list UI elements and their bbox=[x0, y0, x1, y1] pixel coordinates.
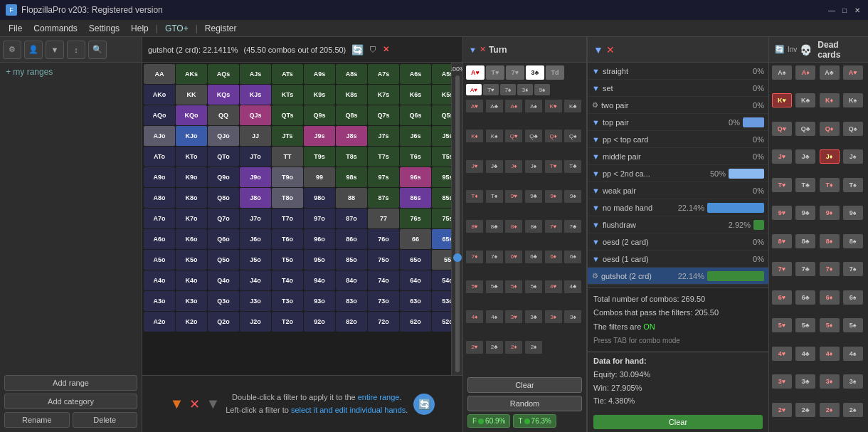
filter-check-icon[interactable]: ▼ bbox=[592, 84, 600, 93]
dead-card[interactable]: 7♦ bbox=[820, 262, 840, 276]
filter-check-icon[interactable]: ▼ bbox=[592, 169, 600, 178]
hand-cell[interactable]: A5s bbox=[432, 64, 451, 84]
turn-cell[interactable]: K♠ bbox=[486, 130, 503, 142]
clear-icon-turn[interactable]: ✕ bbox=[480, 45, 486, 54]
dead-card[interactable]: K♣ bbox=[795, 93, 815, 107]
hand-cell[interactable]: JTo bbox=[240, 147, 271, 167]
dead-card[interactable]: 4♠ bbox=[843, 347, 863, 361]
hand-cell[interactable]: T3o bbox=[272, 291, 303, 311]
hand-cell[interactable]: K3o bbox=[176, 291, 207, 311]
turn-cell[interactable]: A♣ bbox=[486, 100, 503, 112]
dead-card[interactable]: Q♦ bbox=[820, 122, 840, 136]
hand-cell[interactable]: Q8s bbox=[336, 105, 367, 125]
turn-cell[interactable]: Q♦ bbox=[545, 130, 562, 142]
dead-card[interactable]: 8♦ bbox=[820, 234, 840, 248]
small-card-7[interactable]: 7♠ bbox=[500, 84, 516, 95]
hand-cell[interactable]: 53o bbox=[432, 291, 451, 311]
turn-cell[interactable]: A♥ bbox=[466, 100, 483, 112]
hand-cell[interactable]: Q2o bbox=[208, 312, 239, 332]
turn-random-button[interactable]: Random bbox=[467, 396, 582, 411]
filter-clear-icon[interactable]: ✕ bbox=[189, 396, 200, 412]
hand-cell[interactable]: J5o bbox=[240, 250, 271, 270]
hand-cell[interactable]: T9s bbox=[304, 147, 335, 167]
small-card-3[interactable]: 3♦ bbox=[517, 84, 533, 95]
menu-settings[interactable]: Settings bbox=[83, 22, 125, 35]
dead-card[interactable]: 9♣ bbox=[795, 206, 815, 220]
hand-cell[interactable]: 98s bbox=[336, 167, 367, 187]
filter-check-icon[interactable]: ▼ bbox=[592, 67, 600, 75]
turn-cell[interactable]: 4♥ bbox=[545, 280, 562, 293]
dead-card[interactable]: J♠ bbox=[843, 149, 863, 164]
dead-card[interactable]: 2♥ bbox=[772, 403, 792, 417]
filter-check-icon[interactable]: ▼ bbox=[592, 238, 600, 246]
dead-card[interactable]: 4♦ bbox=[820, 347, 840, 361]
hand-cell[interactable]: 82o bbox=[336, 312, 367, 332]
dead-card[interactable]: 4♣ bbox=[795, 347, 815, 361]
filter-item-middle_pair[interactable]: ▼middle pair0% bbox=[588, 148, 768, 165]
turn-cell[interactable]: 8♣ bbox=[486, 220, 503, 233]
turn-cell[interactable]: 7♦ bbox=[466, 251, 483, 263]
hand-cell[interactable]: A5o bbox=[144, 250, 175, 270]
dead-card[interactable]: T♠ bbox=[843, 178, 863, 192]
hand-cell[interactable]: 92o bbox=[304, 312, 335, 332]
filter-icon-turn[interactable]: ▼ bbox=[469, 46, 477, 54]
board-card-td[interactable]: Td bbox=[546, 65, 564, 80]
board-card-ah[interactable]: A♥ bbox=[466, 65, 485, 80]
hand-cell[interactable]: KJo bbox=[176, 126, 207, 146]
dead-card[interactable]: K♥ bbox=[772, 93, 792, 107]
filter-item-straight[interactable]: ▼straight0% bbox=[588, 63, 768, 80]
hand-cell[interactable]: JJ bbox=[240, 126, 271, 146]
dead-card[interactable]: A♠ bbox=[772, 65, 792, 80]
hand-cell[interactable]: KJs bbox=[240, 85, 271, 105]
hand-cell[interactable]: A4o bbox=[144, 270, 175, 290]
hand-cell[interactable]: AQs bbox=[208, 64, 239, 84]
filter-item-set[interactable]: ▼set0% bbox=[588, 80, 768, 97]
filter-funnel-icon[interactable]: ▼ bbox=[170, 396, 184, 412]
hand-cell[interactable]: 86s bbox=[400, 188, 431, 208]
hand-cell[interactable]: J6s bbox=[400, 126, 431, 146]
hand-cell[interactable]: 55 bbox=[432, 250, 451, 270]
menu-register[interactable]: Register bbox=[199, 22, 243, 35]
hand-cell[interactable]: Q8o bbox=[208, 188, 239, 208]
turn-cell[interactable]: Q♠ bbox=[564, 130, 581, 142]
turn-cell[interactable]: 6♣ bbox=[525, 251, 542, 263]
turn-cell[interactable]: 4♠ bbox=[486, 310, 503, 323]
hand-cell[interactable]: K4o bbox=[176, 270, 207, 290]
turn-cell[interactable]: 3♥ bbox=[505, 310, 522, 323]
turn-cell[interactable]: 8♥ bbox=[466, 220, 483, 233]
hand-cell[interactable]: QTo bbox=[208, 147, 239, 167]
refresh-button[interactable]: 🔄 bbox=[413, 394, 435, 415]
hand-cell[interactable]: 75s bbox=[432, 209, 451, 228]
dead-card[interactable]: 6♣ bbox=[795, 290, 815, 305]
turn-clear-button[interactable]: Clear bbox=[467, 377, 582, 393]
hand-cell[interactable]: K2o bbox=[176, 312, 207, 332]
turn-cell[interactable]: 5♦ bbox=[505, 280, 522, 293]
filter-check-icon[interactable]: ▼ bbox=[592, 186, 600, 195]
hand-cell[interactable]: K5s bbox=[432, 85, 451, 105]
hand-cell[interactable]: Q4o bbox=[208, 270, 239, 290]
hand-cell[interactable]: T5o bbox=[272, 250, 303, 270]
hand-cell[interactable]: A3o bbox=[144, 291, 175, 311]
hand-cell[interactable]: K7s bbox=[368, 85, 399, 105]
hand-cell[interactable]: T2o bbox=[272, 312, 303, 332]
dead-card[interactable]: K♦ bbox=[820, 93, 840, 107]
dead-card[interactable]: 2♠ bbox=[843, 403, 863, 417]
turn-cell[interactable]: A♦ bbox=[505, 100, 522, 112]
hand-cell[interactable]: AA bbox=[144, 64, 175, 84]
hand-cell[interactable]: 77 bbox=[368, 209, 399, 228]
turn-cell[interactable]: K♥ bbox=[545, 100, 562, 112]
sort-tool-btn[interactable]: ↕ bbox=[67, 41, 85, 59]
dead-card[interactable]: 8♥ bbox=[772, 234, 792, 248]
hand-cell[interactable]: KTo bbox=[176, 147, 207, 167]
board-card-7h[interactable]: 7♥ bbox=[506, 65, 524, 80]
dead-card[interactable]: 2♣ bbox=[795, 403, 815, 417]
hand-cell[interactable]: 95s bbox=[432, 167, 451, 187]
hand-cell[interactable]: AJs bbox=[240, 64, 271, 84]
hand-cell[interactable]: QJo bbox=[208, 126, 239, 146]
hand-cell[interactable]: 87s bbox=[368, 188, 399, 208]
hand-cell[interactable]: JTs bbox=[272, 126, 303, 146]
dead-card[interactable]: 5♣ bbox=[795, 318, 815, 332]
hand-cell[interactable]: TT bbox=[272, 147, 303, 167]
filter-item-pp_top[interactable]: ▼pp < top card0% bbox=[588, 131, 768, 148]
hand-cell[interactable]: K8o bbox=[176, 188, 207, 208]
